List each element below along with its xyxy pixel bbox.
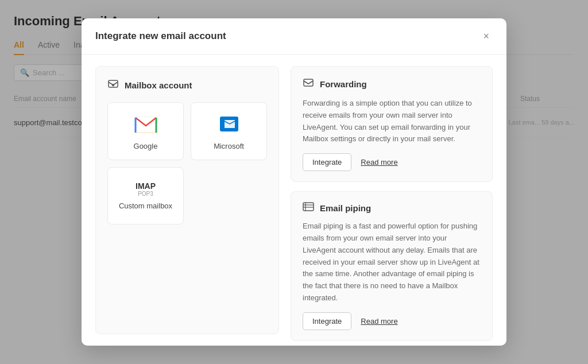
svg-rect-2 <box>136 117 156 133</box>
imap-title-label: IMAP <box>136 181 156 191</box>
email-piping-integrate-button[interactable]: Integrate <box>303 312 351 330</box>
forwarding-actions: Integrate Read more <box>303 153 481 171</box>
imap-sub-label: POP3 <box>138 191 153 197</box>
imap-name-label: Custom mailbox <box>119 202 172 210</box>
forwarding-panel-header: Forwarding <box>303 77 481 91</box>
forwarding-integrate-button[interactable]: Integrate <box>303 153 351 171</box>
forwarding-icon <box>303 77 314 91</box>
svg-rect-5 <box>304 79 313 86</box>
email-piping-actions: Integrate Read more <box>303 312 481 330</box>
email-piping-panel: Email piping Email piping is a fast and … <box>291 191 493 341</box>
mailbox-panel-header: Mailbox account <box>107 78 267 92</box>
modal-body: Mailbox account G <box>82 55 506 346</box>
email-piping-icon <box>303 202 314 214</box>
mailbox-panel: Mailbox account G <box>95 66 279 334</box>
mailbox-panel-title: Mailbox account <box>125 80 192 90</box>
email-piping-panel-header: Email piping <box>303 202 481 214</box>
email-piping-title: Email piping <box>320 203 371 213</box>
forwarding-description: Forwarding is a simple option that you c… <box>303 98 481 145</box>
email-piping-read-more-button[interactable]: Read more <box>358 313 400 330</box>
microsoft-logo <box>216 112 242 137</box>
right-panels: Forwarding Forwarding is a simple option… <box>291 66 493 334</box>
svg-rect-6 <box>303 203 314 211</box>
provider-grid: G Google <box>107 102 267 160</box>
google-provider-card[interactable]: G Google <box>107 102 184 160</box>
microsoft-label: Microsoft <box>214 142 244 150</box>
google-logo: G <box>133 112 158 137</box>
mailbox-icon <box>107 78 119 92</box>
modal-close-button[interactable]: × <box>479 30 493 42</box>
email-piping-description: Email piping is a fast and powerful opti… <box>303 220 481 304</box>
modal-overlay: Integrate new email account × Mailbox ac… <box>0 0 588 364</box>
forwarding-title: Forwarding <box>320 79 367 89</box>
imap-provider-card[interactable]: IMAP POP3 Custom mailbox <box>107 167 184 224</box>
modal-dialog: Integrate new email account × Mailbox ac… <box>82 18 506 346</box>
forwarding-panel: Forwarding Forwarding is a simple option… <box>291 66 493 182</box>
microsoft-provider-card[interactable]: Microsoft <box>191 102 267 160</box>
google-label: Google <box>134 142 158 150</box>
modal-header: Integrate new email account × <box>82 18 506 55</box>
forwarding-read-more-button[interactable]: Read more <box>358 154 400 171</box>
modal-title: Integrate new email account <box>95 30 226 42</box>
